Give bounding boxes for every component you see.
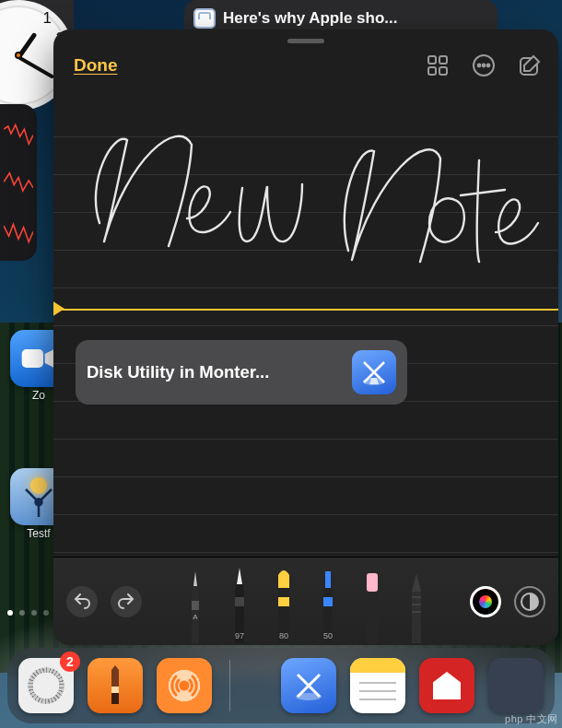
undo-button[interactable] (66, 586, 98, 617)
dock-app-redfin[interactable] (419, 658, 474, 713)
video-icon (20, 346, 57, 371)
svg-point-23 (296, 693, 322, 700)
crayon-tool[interactable] (404, 564, 429, 643)
notification-badge: 2 (60, 652, 80, 672)
svg-rect-4 (428, 67, 436, 75)
clock-hub (15, 52, 22, 59)
quick-note-panel: Done New Note (53, 29, 558, 645)
insert-cursor-line[interactable] (53, 309, 558, 311)
news-headline: Here's why Apple sho... (223, 9, 398, 28)
tool-size-label: 50 (323, 631, 333, 640)
svg-rect-5 (439, 67, 447, 75)
more-options-icon[interactable] (472, 53, 496, 77)
svg-rect-0 (22, 349, 43, 368)
clock-numeral: 1 (43, 9, 52, 28)
markup-tool-tray: A 97 80 50 (53, 557, 558, 645)
disk-utility-icon (352, 350, 396, 394)
opacity-button[interactable] (514, 586, 545, 617)
svg-rect-16 (278, 597, 289, 606)
dock-app-folder[interactable] (488, 658, 544, 713)
svg-rect-18 (323, 597, 333, 606)
dock-app-disk-utility[interactable] (281, 658, 336, 713)
dock-app-sketch[interactable] (88, 658, 143, 713)
drag-handle[interactable] (287, 39, 324, 43)
dock-separator (229, 660, 230, 711)
watermark: php 中文网 (505, 712, 558, 726)
insert-cursor-handle[interactable] (53, 300, 64, 317)
svg-rect-20 (367, 573, 378, 592)
svg-point-9 (487, 65, 490, 67)
svg-point-7 (478, 65, 481, 67)
marker-tool[interactable]: 50 (315, 564, 341, 643)
tool-size-label: 97 (235, 631, 244, 640)
stock-sparkline (4, 112, 33, 156)
dock-app-settings[interactable]: 2 (18, 658, 74, 713)
eraser-tool[interactable] (359, 564, 385, 643)
tool-picker: A 97 80 50 (155, 558, 457, 645)
app-label: Zo (32, 389, 45, 402)
app-label: Testf (27, 527, 50, 540)
svg-rect-14 (235, 597, 244, 606)
svg-rect-3 (439, 56, 447, 64)
stocks-widget[interactable] (0, 104, 37, 261)
svg-rect-12 (192, 601, 199, 610)
handwriting: New Note (63, 94, 542, 278)
dock-app-notes[interactable] (350, 658, 405, 713)
news-app-icon (193, 8, 216, 29)
note-canvas[interactable]: New Note Disk Utility in Monter. (53, 87, 558, 557)
overcast-icon (164, 665, 205, 706)
pencil-tool[interactable]: 97 (227, 564, 252, 643)
svg-point-8 (483, 65, 486, 67)
pen-tool[interactable]: A (182, 564, 208, 643)
svg-point-22 (181, 682, 188, 689)
stock-sparkline (4, 161, 33, 205)
compose-icon[interactable] (518, 53, 542, 77)
disk-utility-icon (290, 667, 327, 704)
highlighter-tool[interactable]: 80 (271, 564, 297, 643)
dock: 2 (7, 648, 555, 723)
stock-sparkline (4, 211, 33, 255)
minute-hand (18, 55, 54, 78)
color-picker-button[interactable] (470, 586, 501, 617)
svg-rect-2 (428, 56, 436, 64)
svg-text:A: A (193, 613, 198, 621)
link-title: Disk Utility in Monter... (87, 362, 269, 382)
svg-rect-19 (367, 590, 378, 643)
link-attachment-card[interactable]: Disk Utility in Monter... (76, 340, 407, 405)
dock-app-overcast[interactable] (157, 658, 212, 713)
gallery-view-icon[interactable] (426, 53, 450, 77)
done-button[interactable]: Done (74, 55, 118, 76)
redo-button[interactable] (111, 586, 142, 617)
tool-size-label: 80 (279, 631, 288, 640)
